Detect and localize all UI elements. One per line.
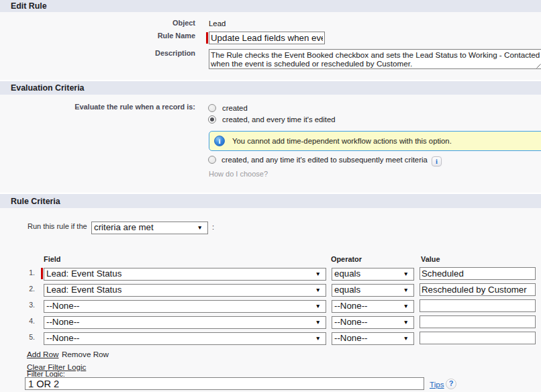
description-textarea[interactable]: The Rule checks the Event Booked checkbo… (209, 49, 541, 69)
operator-select-2[interactable]: equals (332, 284, 414, 297)
field-select-wrap-1: Lead: Event Status ▼ (44, 267, 326, 280)
operator-select-3[interactable]: --None-- (332, 300, 414, 313)
row-actions: Add Row Remove Row (27, 348, 109, 360)
operator-select-wrap-1: equals ▼ (332, 267, 414, 280)
object-value: Lead (209, 19, 226, 28)
field-select-wrap-3: --None-- ▼ (44, 299, 326, 312)
radio-created-subsequently[interactable] (208, 156, 216, 164)
rule-criteria-title: Rule Criteria (11, 197, 60, 206)
operator-select-4[interactable]: --None-- (332, 316, 414, 329)
run-rule-label: Run this rule if the (28, 222, 87, 230)
row-number: 1. (13, 268, 35, 277)
row-number: 4. (13, 317, 35, 325)
criteria-mode-select[interactable]: criteria are met (91, 222, 208, 234)
run-rule-colon: : (212, 223, 214, 231)
field-required-bar (41, 268, 43, 279)
value-input-3[interactable] (420, 299, 536, 312)
operator-select-5[interactable]: --None-- (332, 332, 414, 345)
operator-select-wrap-3: --None-- ▼ (332, 299, 414, 312)
field-select-wrap-5: --None-- ▼ (44, 332, 326, 344)
time-dependent-warning-box: i You cannot add time-dependent workflow… (209, 131, 541, 151)
tips-link[interactable]: Tips (430, 380, 444, 389)
radio-created-and-every-time-label[interactable]: created, and every time it's edited (222, 115, 336, 124)
object-label: Object (0, 19, 195, 27)
field-select-4[interactable]: --None-- (44, 316, 326, 329)
description-label: Description (0, 50, 195, 57)
row-number: 3. (13, 301, 35, 309)
time-dependent-warning-text: You cannot add time-dependent workflow a… (232, 137, 452, 145)
value-input-1[interactable] (420, 267, 536, 280)
rule-criteria-section-header: Rule Criteria (0, 194, 541, 208)
edit-rule-section-header: Edit Rule (0, 0, 541, 12)
operator-select-1[interactable]: equals (332, 268, 414, 281)
value-input-5[interactable] (420, 332, 536, 344)
radio-created-and-every-time[interactable] (208, 115, 216, 124)
evaluation-criteria-title: Evaluation Criteria (11, 83, 84, 93)
rule-name-input[interactable] (209, 32, 325, 44)
filter-logic-input[interactable] (25, 377, 424, 390)
field-select-1[interactable]: Lead: Event Status (44, 268, 326, 281)
criteria-info-icon[interactable]: i (432, 156, 442, 166)
rule-name-label: Rule Name (0, 32, 195, 40)
column-header-value: Value (421, 256, 440, 263)
operator-select-wrap-2: equals ▼ (332, 283, 414, 296)
row-number: 2. (13, 285, 35, 293)
field-select-wrap-2: Lead: Event Status ▼ (44, 283, 326, 296)
info-icon: i (214, 136, 225, 146)
evaluate-label: Evaluate the rule when a record is: (0, 103, 195, 111)
field-select-wrap-4: --None-- ▼ (44, 315, 326, 328)
value-input-4[interactable] (420, 315, 536, 328)
add-row-link[interactable]: Add Row (27, 350, 58, 358)
rule-name-required-bar (206, 32, 208, 44)
edit-rule-title: Edit Rule (11, 1, 47, 11)
field-select-3[interactable]: --None-- (44, 300, 326, 313)
radio-created[interactable] (208, 104, 216, 112)
radio-created-label[interactable]: created (222, 104, 248, 113)
column-header-field: Field (44, 256, 60, 263)
help-icon[interactable]: ? (446, 379, 456, 389)
criteria-mode-select-wrap: criteria are met ▼ (91, 221, 208, 234)
field-select-5[interactable]: --None-- (44, 332, 326, 345)
evaluation-criteria-section-header: Evaluation Criteria (0, 81, 541, 95)
operator-select-wrap-4: --None-- ▼ (332, 315, 414, 328)
remove-row-link[interactable]: Remove Row (62, 350, 109, 358)
operator-select-wrap-5: --None-- ▼ (332, 332, 414, 344)
radio-created-subsequently-label[interactable]: created, and any time it's edited to sub… (222, 156, 428, 164)
value-input-2[interactable] (420, 283, 536, 296)
row-number: 5. (13, 333, 35, 341)
field-select-2[interactable]: Lead: Event Status (44, 284, 326, 297)
how-do-i-choose-link[interactable]: How do I choose? (209, 170, 268, 178)
column-header-operator: Operator (331, 256, 362, 263)
